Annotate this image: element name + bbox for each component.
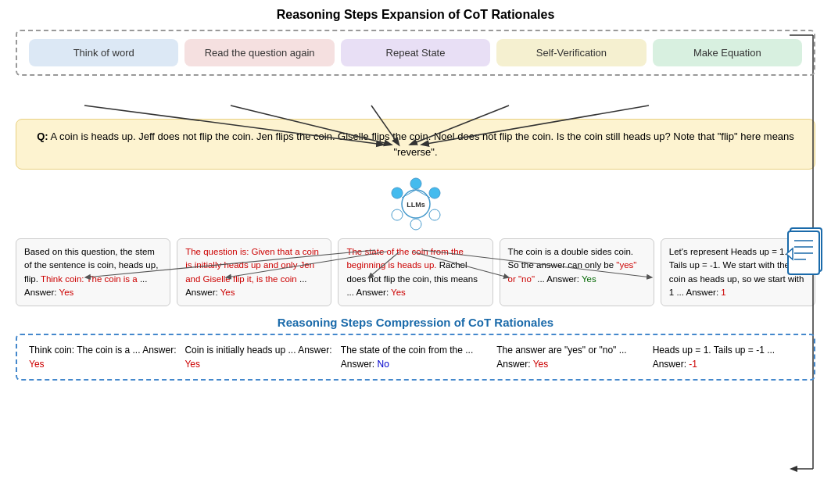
comp-5-answer: -1 (689, 359, 697, 370)
svg-point-20 (392, 209, 403, 220)
compression-card-3: The state of the coin from the ... Answe… (341, 343, 490, 371)
main-container: Reasoning Steps Expansion of CoT Rationa… (0, 0, 831, 388)
svg-point-16 (410, 178, 421, 189)
question-label: Q: (37, 130, 48, 142)
badge-read-question: Read the question again (184, 39, 334, 66)
response-1-highlight: Think coin: The coin is a (41, 274, 138, 284)
response-cards: Based on this question, the stem of the … (16, 238, 815, 306)
comp-2-answer: Yes (184, 359, 200, 370)
response-4-text: The coin is a double sides coin. So the … (508, 247, 633, 270)
badge-think-of-word: Think of word (29, 39, 178, 66)
doc-icon-container (786, 227, 829, 281)
llm-diagram: LLMs (377, 176, 455, 232)
response-4-answer: Yes (582, 274, 596, 284)
badge-make-equation: Make Equation (653, 39, 802, 66)
compression-card-4: The answer are "yes" or "no" ... Answer:… (496, 343, 646, 371)
question-box: Q: A coin is heads up. Jeff does not fli… (16, 119, 815, 170)
badge-self-verification: Self-Verification (496, 39, 646, 66)
response-1-answer: Yes (59, 288, 74, 297)
page-title: Reasoning Steps Expansion of CoT Rationa… (8, 8, 823, 22)
compression-section: Think coin: The coin is a ... Answer: Ye… (16, 334, 815, 381)
comp-1-answer: Yes (29, 359, 45, 370)
question-text: A coin is heads up. Jeff does not flip t… (48, 130, 794, 158)
comp-3-text: The state of the coin from the ... Answe… (341, 345, 473, 370)
svg-point-17 (429, 188, 440, 198)
comp-3-answer: No (378, 359, 389, 370)
comp-5-text: Heads up = 1. Tails up = -1 ... Answer: (653, 345, 775, 370)
response-4-rest: ... Answer: (535, 274, 582, 284)
response-card-2: The question is: Given that a coin is in… (177, 238, 331, 306)
comp-4-answer: Yes (533, 359, 549, 370)
badge-repeat-state: Repeat State (341, 39, 490, 66)
expansion-section: Think of word Read the question again Re… (16, 30, 815, 76)
response-card-1: Based on this question, the stem of the … (16, 238, 170, 306)
response-5-answer: 1 (721, 288, 725, 297)
comp-2-text: Coin is initially heads up ... Answer: (184, 345, 331, 356)
compression-card-1: Think coin: The coin is a ... Answer: Ye… (29, 343, 178, 371)
svg-point-18 (429, 209, 440, 220)
response-card-4: The coin is a double sides coin. So the … (500, 238, 654, 306)
compression-title: Reasoning Steps Compression of CoT Ratio… (8, 316, 823, 329)
compression-card-5: Heads up = 1. Tails up = -1 ... Answer: … (653, 343, 802, 371)
llm-area: LLMs (8, 176, 823, 232)
svg-text:LLMs: LLMs (407, 201, 425, 209)
step-badges: Think of word Read the question again Re… (29, 39, 802, 66)
response-card-3: The state of the coin from the beginning… (338, 238, 493, 306)
response-5-text: Let's represent Heads up = 1. Tails up =… (669, 247, 804, 297)
response-2-answer: Yes (220, 288, 235, 297)
response-3-answer: Yes (391, 288, 406, 297)
comp-4-text: The answer are "yes" or "no" ... Answer: (496, 345, 626, 370)
document-icon (786, 227, 829, 277)
arrow-spacer (8, 76, 823, 119)
svg-marker-4 (790, 466, 797, 472)
compression-cards: Think coin: The coin is a ... Answer: Ye… (29, 343, 802, 371)
comp-1-text: Think coin: The coin is a ... Answer: (29, 345, 177, 356)
svg-point-21 (392, 188, 403, 198)
svg-point-19 (410, 219, 421, 230)
compression-card-2: Coin is initially heads up ... Answer: Y… (184, 343, 334, 371)
